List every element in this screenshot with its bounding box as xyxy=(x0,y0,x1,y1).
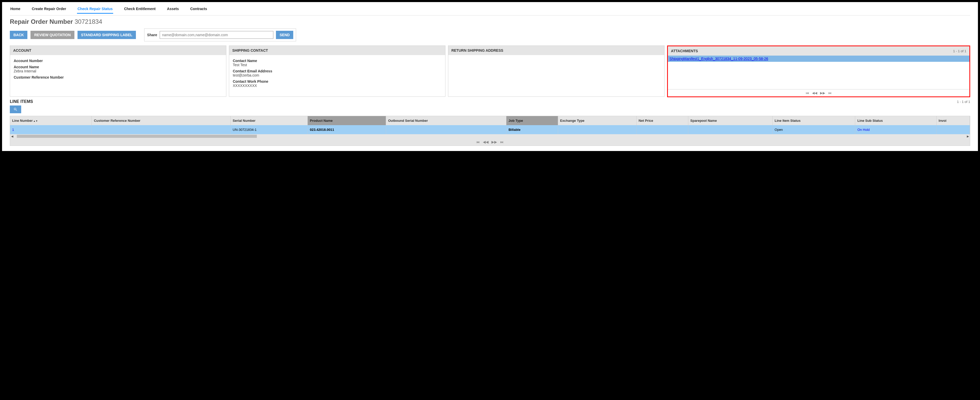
account-name-value: Zebra Internal xyxy=(14,69,223,73)
cell-job-type-text: Billable xyxy=(509,128,520,132)
cell-net-price xyxy=(636,125,688,134)
cell-job-type: Billable xyxy=(506,125,558,134)
nav-create-repair-order[interactable]: Create Repair Order xyxy=(31,5,67,14)
cell-status: Open xyxy=(773,125,855,134)
account-panel-header: ACCOUNT xyxy=(10,46,226,55)
return-address-panel: RETURN SHIPPING ADDRESS xyxy=(448,46,665,97)
nav-check-entitlement[interactable]: Check Entitlement xyxy=(124,5,156,14)
page-title-prefix: Repair Order Number xyxy=(10,18,73,25)
col-outbound-serial[interactable]: Outbound Serial Number xyxy=(386,116,506,125)
col-serial[interactable]: Serial Number xyxy=(231,116,308,125)
table-header-row: Line Number Customer Reference Number Se… xyxy=(10,116,970,125)
grid-pager-first-icon[interactable]: ⏮ xyxy=(476,140,480,144)
shipping-contact-panel: SHIPPING CONTACT Contact Name Test Test … xyxy=(229,46,445,97)
cell-sub-status[interactable]: On Hold xyxy=(857,128,870,132)
main-nav: Home Create Repair Order Check Repair St… xyxy=(10,5,970,16)
nav-home[interactable]: Home xyxy=(10,5,21,14)
page-title: Repair Order Number 30721834 xyxy=(10,18,970,25)
attachments-pager-text: 1 - 1 of 1 xyxy=(953,49,966,53)
contact-email-value: test@zerba.com xyxy=(233,73,442,77)
cell-serial: UN-30721834-1 xyxy=(231,125,308,134)
nav-contracts[interactable]: Contracts xyxy=(189,5,207,14)
line-items-title: LINE ITEMS xyxy=(10,99,33,104)
account-number-label: Account Number xyxy=(14,59,223,63)
attachments-panel: ATTACHMENTS 1 - 1 of 1 ShippingManifest1… xyxy=(667,46,970,97)
col-sub-status[interactable]: Line Sub Status xyxy=(855,116,936,125)
col-crn[interactable]: Customer Reference Number xyxy=(92,116,231,125)
shipping-contact-header: SHIPPING CONTACT xyxy=(229,46,445,55)
cell-product-name: 023.42018.0011 xyxy=(308,125,386,134)
contact-name-value: Test Test xyxy=(233,63,442,67)
cell-product-name-text: 023.42018.0011 xyxy=(310,128,334,132)
attachment-link[interactable]: ShippingManifest1_English_30721834_11-09… xyxy=(668,56,969,62)
line-items-table: Line Number Customer Reference Number Se… xyxy=(10,116,970,134)
grid-pager: ⏮ ◀◀ ▶▶ ⏭ xyxy=(10,138,970,145)
col-invoice[interactable]: Invoi xyxy=(936,116,970,125)
line-items-pager-text: 1 - 1 of 1 xyxy=(957,100,970,104)
grid-pager-next-icon[interactable]: ▶▶ xyxy=(492,140,497,144)
shipping-contact-header-label: SHIPPING CONTACT xyxy=(232,48,268,53)
attachments-header-label: ATTACHMENTS xyxy=(671,49,698,53)
cell-sparepool xyxy=(688,125,772,134)
attachments-list: ShippingManifest1_English_30721834_11-09… xyxy=(668,56,969,89)
contact-phone-label: Contact Work Phone xyxy=(233,80,442,83)
account-panel-body: Account Number Account Name Zebra Intern… xyxy=(10,55,226,96)
attachments-header: ATTACHMENTS 1 - 1 of 1 xyxy=(668,46,969,56)
horizontal-scrollbar[interactable]: ◀ ▶ xyxy=(10,134,970,138)
col-product-name[interactable]: Product Name xyxy=(308,116,386,125)
col-exchange-type[interactable]: Exchange Type xyxy=(558,116,636,125)
send-button[interactable]: SEND xyxy=(276,31,293,39)
app-frame: Home Create Repair Order Check Repair St… xyxy=(2,2,978,151)
cell-line-number[interactable]: 1 xyxy=(12,128,14,132)
line-items-header-row: LINE ITEMS 1 - 1 of 1 xyxy=(10,99,970,104)
search-icon xyxy=(13,107,18,112)
cell-crn xyxy=(92,125,231,134)
line-items-grid: Line Number Customer Reference Number Se… xyxy=(10,116,970,146)
contact-email-label: Contact Email Address xyxy=(233,69,442,73)
cell-outbound-serial xyxy=(386,125,506,134)
account-name-label: Account Name xyxy=(14,65,223,69)
account-header-label: ACCOUNT xyxy=(13,48,31,53)
col-net-price[interactable]: Net Price xyxy=(636,116,688,125)
return-address-header: RETURN SHIPPING ADDRESS xyxy=(448,46,664,55)
contact-phone-value: XXXXXXXXXX xyxy=(233,83,442,88)
share-box: Share SEND xyxy=(144,29,296,41)
col-sparepool[interactable]: Sparepool Name xyxy=(688,116,772,125)
attachments-pager: ⏮ ◀◀ ▶▶ ⏭ xyxy=(668,89,969,96)
back-button[interactable]: BACK xyxy=(10,31,27,39)
crn-label: Customer Reference Number xyxy=(14,75,223,80)
return-address-header-label: RETURN SHIPPING ADDRESS xyxy=(451,48,503,53)
review-quotation-button[interactable]: REVIEW QUOTATION xyxy=(30,31,74,39)
pager-next-icon[interactable]: ▶▶ xyxy=(820,91,825,95)
col-status[interactable]: Line Item Status xyxy=(773,116,855,125)
panels-row: ACCOUNT Account Number Account Name Zebr… xyxy=(10,46,970,97)
order-number: 30721834 xyxy=(75,18,102,25)
nav-assets[interactable]: Assets xyxy=(166,5,179,14)
grid-pager-prev-icon[interactable]: ◀◀ xyxy=(483,140,488,144)
return-address-body xyxy=(448,55,664,96)
pager-prev-icon[interactable]: ◀◀ xyxy=(812,91,817,95)
pager-last-icon[interactable]: ⏭ xyxy=(828,91,832,95)
scroll-thumb[interactable] xyxy=(17,135,257,138)
table-row[interactable]: 1 UN-30721834-1 023.42018.0011 Billable … xyxy=(10,125,970,134)
share-input[interactable] xyxy=(160,31,274,39)
col-line-number[interactable]: Line Number xyxy=(10,116,92,125)
share-label: Share xyxy=(147,33,157,37)
scroll-left-icon[interactable]: ◀ xyxy=(10,135,14,138)
shipping-contact-body: Contact Name Test Test Contact Email Add… xyxy=(229,55,445,96)
standard-shipping-label-button[interactable]: STANDARD SHIPPING LABEL xyxy=(78,31,136,39)
grid-pager-last-icon[interactable]: ⏭ xyxy=(500,140,504,144)
cell-exchange-type xyxy=(558,125,636,134)
account-panel: ACCOUNT Account Number Account Name Zebr… xyxy=(10,46,226,97)
pager-first-icon[interactable]: ⏮ xyxy=(806,91,809,95)
scroll-right-icon[interactable]: ▶ xyxy=(966,135,970,138)
contact-name-label: Contact Name xyxy=(233,59,442,63)
line-items-search-button[interactable] xyxy=(10,105,21,113)
nav-check-repair-status[interactable]: Check Repair Status xyxy=(77,5,113,14)
cell-invoice xyxy=(936,125,970,134)
action-row: BACK REVIEW QUOTATION STANDARD SHIPPING … xyxy=(10,29,970,41)
col-job-type[interactable]: Job Type xyxy=(506,116,558,125)
